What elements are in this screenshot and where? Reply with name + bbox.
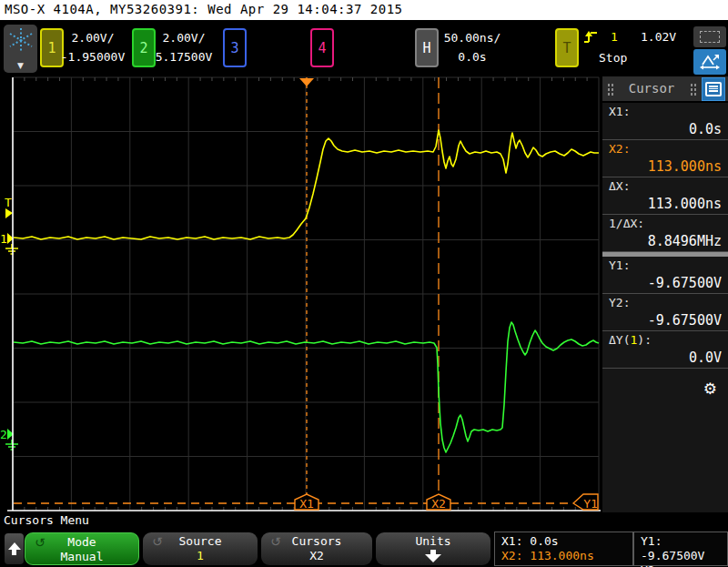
trigger-position-marker[interactable] bbox=[299, 78, 314, 86]
ground-icon bbox=[5, 244, 18, 254]
x1-value: 0.0s bbox=[530, 534, 558, 548]
trigger-level-marker-label: T bbox=[5, 196, 12, 209]
cursor-row-x2: X2:113.000ns bbox=[602, 140, 728, 177]
softkey-source[interactable]: ↺ Source 1 bbox=[143, 532, 258, 565]
list-menu-icon bbox=[705, 82, 722, 96]
cycle-arrow-icon: ↺ bbox=[152, 534, 163, 549]
ch1-scale: 2.00V/ bbox=[60, 29, 126, 48]
cursors-waveform-icon bbox=[699, 54, 721, 71]
cursor-panel-title: Cursor bbox=[602, 76, 701, 100]
cursor-x2-flag-label: X2 bbox=[431, 497, 446, 511]
dashed-rectangle-icon bbox=[700, 31, 720, 43]
softkey-units-title: Units bbox=[376, 533, 490, 549]
y-cursor-readout-box: Y1: -9.67500V Y2: -9.67500V bbox=[633, 532, 728, 566]
cursor-row-dy: ΔY(1):0.0V bbox=[602, 331, 728, 369]
trigger-level: 1.02V bbox=[641, 30, 676, 44]
cursor-row-invdx: 1/ΔX:8.8496MHz bbox=[602, 215, 728, 252]
drag-grip-icon[interactable] bbox=[690, 83, 697, 96]
cursor-readouts: X1:0.0sX2:113.000nsΔX:113.000ns1/ΔX:8.84… bbox=[602, 103, 728, 369]
horizontal-settings[interactable]: 50.00ns/ 0.0s bbox=[437, 29, 508, 67]
panel-menu-button[interactable] bbox=[702, 77, 725, 101]
waveform-display: T12X1X2Y1 bbox=[0, 76, 602, 512]
channel-1-marker-label: 1 bbox=[0, 232, 7, 246]
channel-2-marker-label: 2 bbox=[0, 428, 7, 441]
trigger-button[interactable]: T bbox=[555, 28, 579, 67]
cycle-arrow-icon: ↺ bbox=[35, 535, 46, 550]
x2-value: 113.000ns bbox=[530, 549, 593, 562]
cursor-x1-flag-label: X1 bbox=[299, 497, 314, 511]
channel-1-settings[interactable]: 2.00V/ -1.95000V bbox=[60, 29, 126, 67]
ground-icon bbox=[5, 440, 18, 450]
softkey-mode-value: Manual bbox=[25, 550, 138, 565]
trigger-source: 1 bbox=[611, 30, 618, 44]
menu-title: Cursors Menu bbox=[4, 513, 89, 527]
settings-gear-icon[interactable]: ⚙ bbox=[703, 380, 717, 398]
cycle-arrow-icon: ↺ bbox=[270, 534, 281, 549]
keysight-spark-button[interactable]: ▼ bbox=[4, 25, 37, 73]
cursor-y1-flag-label: Y1 bbox=[583, 497, 598, 511]
y1-label: Y1: bbox=[641, 534, 662, 548]
trigger-slope-rising-icon bbox=[583, 30, 600, 44]
cursor-panel-header: Cursor bbox=[602, 76, 728, 103]
down-arrow-icon bbox=[376, 550, 490, 562]
up-arrow-icon bbox=[8, 542, 21, 550]
ch2-offset: 5.17500V bbox=[151, 48, 217, 67]
softkey-source-value: 1 bbox=[143, 549, 258, 564]
oscilloscope-screen: MSO-X 4104A, MY53260391: Wed Apr 29 14:0… bbox=[0, 0, 728, 567]
softkey-cursors-value: X2 bbox=[261, 549, 372, 564]
trigger-level-marker[interactable] bbox=[5, 208, 13, 218]
y1-value: -9.67500V bbox=[641, 549, 704, 562]
ch1-offset: -1.95000V bbox=[60, 48, 126, 67]
ch2-scale: 2.00V/ bbox=[151, 29, 217, 48]
softkey-mode[interactable]: ↺ Mode Manual bbox=[25, 532, 139, 565]
spark-icon bbox=[7, 25, 35, 57]
softkey-cursors[interactable]: ↺ Cursors X2 bbox=[261, 532, 372, 565]
x1-label: X1: bbox=[501, 534, 522, 548]
acquisition-status: Stop bbox=[599, 51, 627, 65]
y2-label: Y2: bbox=[641, 563, 662, 567]
x2-label: X2: bbox=[501, 549, 522, 562]
channel-2-settings[interactable]: 2.00V/ 5.17500V bbox=[151, 29, 217, 67]
horizontal-button[interactable]: H bbox=[415, 28, 439, 67]
chevron-down-icon: ▼ bbox=[4, 61, 37, 70]
cursor-panel: Cursor X1:0.0sX2:113.000nsΔX:113.000ns1/… bbox=[602, 76, 728, 512]
menu-up-button[interactable] bbox=[5, 533, 24, 564]
timebase-delay: 0.0s bbox=[437, 48, 508, 67]
channel-3-button[interactable]: 3 bbox=[223, 28, 247, 67]
cursor-row-dx: ΔX:113.000ns bbox=[602, 177, 728, 215]
x-cursor-readout-box: X1: 0.0s X2: 113.000ns bbox=[494, 532, 633, 566]
cursor-row-y2: Y2:-9.67500V bbox=[602, 294, 728, 331]
zoom-region-button[interactable] bbox=[693, 26, 726, 47]
softkey-units[interactable]: Units bbox=[376, 532, 490, 565]
cursors-tool-button[interactable] bbox=[693, 49, 726, 75]
channel-4-button[interactable]: 4 bbox=[310, 28, 334, 67]
titlebar: MSO-X 4104A, MY53260391: Wed Apr 29 14:0… bbox=[0, 0, 728, 20]
cursor-row-y1: Y1:-9.67500V bbox=[602, 257, 728, 294]
timebase-scale: 50.00ns/ bbox=[437, 29, 508, 48]
cursor-row-x1: X1:0.0s bbox=[602, 103, 728, 140]
